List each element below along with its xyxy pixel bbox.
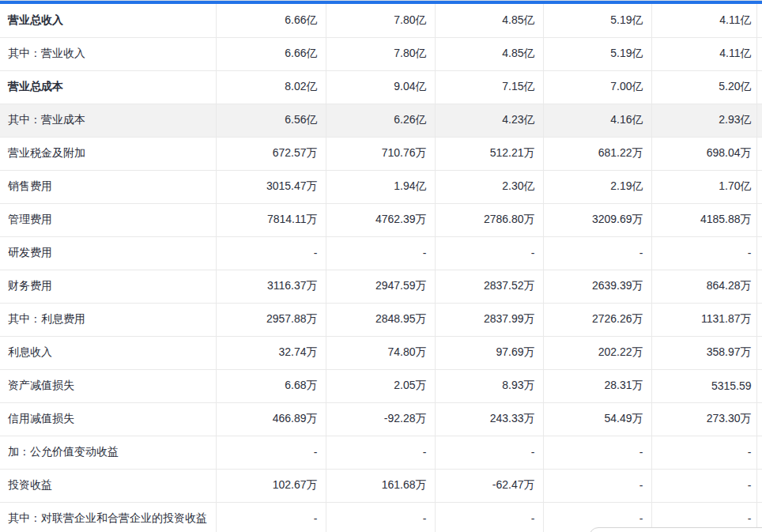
cell-value: - <box>435 236 543 270</box>
row-label: 利息收入 <box>0 336 216 369</box>
cell-value: 1.94亿 <box>326 170 435 203</box>
cell-value: 273.30万 <box>651 402 756 436</box>
cell-value: 202.22万 <box>543 336 651 369</box>
row-label: 研发费用 <box>0 236 216 270</box>
cell-value: 102.67万 <box>216 469 326 502</box>
row-label: 财务费用 <box>0 270 216 303</box>
cell-value: - <box>216 436 326 469</box>
cell-value: - <box>216 502 326 532</box>
row-label: 加：公允价值变动收益 <box>0 436 216 469</box>
cell-value: 161.68万 <box>326 469 435 502</box>
cell-value: - <box>326 236 435 270</box>
cropped-column-sliver <box>756 104 762 137</box>
cell-value: 4.16亿 <box>543 104 651 137</box>
cell-value: 7.80亿 <box>326 37 435 70</box>
cell-value: 7.00亿 <box>543 70 651 104</box>
row-label: 信用减值损失 <box>0 402 216 436</box>
cell-value: 74.80万 <box>326 336 435 369</box>
cell-value: 2786.80万 <box>435 203 543 236</box>
table-row[interactable]: 营业总成本8.02亿9.04亿7.15亿7.00亿5.20亿 <box>0 70 762 104</box>
cell-value: - <box>543 436 651 469</box>
table-row[interactable]: 加：公允价值变动收益----- <box>0 436 762 469</box>
cell-value: 2639.39万 <box>543 270 651 303</box>
cell-value: - <box>326 502 435 532</box>
cropped-column-sliver <box>756 170 762 203</box>
cropped-column-sliver <box>756 37 762 70</box>
cropped-column-sliver <box>756 369 762 402</box>
cell-value: 2837.52万 <box>435 270 543 303</box>
row-label: 其中：营业收入 <box>0 37 216 70</box>
cell-value: -92.28万 <box>326 402 435 436</box>
row-label: 其中：利息费用 <box>0 303 216 336</box>
cropped-column-sliver <box>756 203 762 236</box>
cell-value: - <box>543 236 651 270</box>
table-row[interactable]: 研发费用----- <box>0 236 762 270</box>
cell-value: 466.89万 <box>216 402 326 436</box>
cell-value: 4762.39万 <box>326 203 435 236</box>
cell-value: 6.66亿 <box>216 4 326 37</box>
cell-value: 5.19亿 <box>543 4 651 37</box>
table-row[interactable]: 其中：营业收入6.66亿7.80亿4.85亿5.19亿4.11亿 <box>0 37 762 70</box>
cell-value: 4.23亿 <box>435 104 543 137</box>
cell-value: 681.22万 <box>543 137 651 170</box>
cell-value: 97.69万 <box>435 336 543 369</box>
cell-value: 8.93万 <box>435 369 543 402</box>
cropped-column-sliver <box>756 469 762 502</box>
cell-value: 7.80亿 <box>326 4 435 37</box>
cell-value: 5315.59 <box>651 369 756 402</box>
cell-value: 710.76万 <box>326 137 435 170</box>
cell-value: 6.26亿 <box>326 104 435 137</box>
cropped-column-sliver <box>756 236 762 270</box>
cell-value: 4.11亿 <box>651 4 756 37</box>
table-row[interactable]: 营业税金及附加672.57万710.76万512.21万681.22万698.0… <box>0 137 762 170</box>
cell-value: - <box>651 236 756 270</box>
table-row[interactable]: 信用减值损失466.89万-92.28万243.33万54.49万273.30万 <box>0 402 762 436</box>
cell-value: 6.68万 <box>216 369 326 402</box>
cropped-column-sliver <box>756 336 762 369</box>
cell-value: 7.15亿 <box>435 70 543 104</box>
table-row[interactable]: 投资收益102.67万161.68万-62.47万-- <box>0 469 762 502</box>
cropped-column-sliver <box>756 270 762 303</box>
cell-value: -62.47万 <box>435 469 543 502</box>
cell-value: 2848.95万 <box>326 303 435 336</box>
cell-value: 698.04万 <box>651 137 756 170</box>
cell-value: 4.11亿 <box>651 37 756 70</box>
cell-value: 864.28万 <box>651 270 756 303</box>
table-row[interactable]: 资产减值损失6.68万2.05万8.93万28.31万5315.59 <box>0 369 762 402</box>
cell-value: 9.04亿 <box>326 70 435 104</box>
cell-value: - <box>543 469 651 502</box>
cell-value: 32.74万 <box>216 336 326 369</box>
row-label: 营业总成本 <box>0 70 216 104</box>
cell-value: 28.31万 <box>543 369 651 402</box>
table-row[interactable]: 销售费用3015.47万1.94亿2.30亿2.19亿1.70亿 <box>0 170 762 203</box>
table-row[interactable]: 财务费用3116.37万2947.59万2837.52万2639.39万864.… <box>0 270 762 303</box>
cell-value: - <box>651 469 756 502</box>
cell-value: 3116.37万 <box>216 270 326 303</box>
cell-value: - <box>435 502 543 532</box>
cell-value: 8.02亿 <box>216 70 326 104</box>
floating-scrollbar-panel[interactable] <box>589 527 762 532</box>
row-label: 投资收益 <box>0 469 216 502</box>
cell-value: 4.85亿 <box>435 4 543 37</box>
cell-value: 512.21万 <box>435 137 543 170</box>
table-row[interactable]: 其中：营业成本6.56亿6.26亿4.23亿4.16亿2.93亿 <box>0 104 762 137</box>
table-row[interactable]: 其中：利息费用2957.88万2848.95万2837.99万2726.26万1… <box>0 303 762 336</box>
cell-value: - <box>326 436 435 469</box>
cell-value: - <box>651 436 756 469</box>
cell-value: 54.49万 <box>543 402 651 436</box>
table-row[interactable]: 营业总收入6.66亿7.80亿4.85亿5.19亿4.11亿 <box>0 4 762 37</box>
cropped-column-sliver <box>756 303 762 336</box>
cropped-column-sliver <box>756 4 762 37</box>
cell-value: 243.33万 <box>435 402 543 436</box>
row-label: 管理费用 <box>0 203 216 236</box>
cell-value: 3209.69万 <box>543 203 651 236</box>
cell-value: 4185.88万 <box>651 203 756 236</box>
cell-value: 2.05万 <box>326 369 435 402</box>
cell-value: 2947.59万 <box>326 270 435 303</box>
cell-value: 2.93亿 <box>651 104 756 137</box>
cell-value: 6.56亿 <box>216 104 326 137</box>
cell-value: 2957.88万 <box>216 303 326 336</box>
row-label: 资产减值损失 <box>0 369 216 402</box>
table-row[interactable]: 利息收入32.74万74.80万97.69万202.22万358.97万 <box>0 336 762 369</box>
table-row[interactable]: 管理费用7814.11万4762.39万2786.80万3209.69万4185… <box>0 203 762 236</box>
